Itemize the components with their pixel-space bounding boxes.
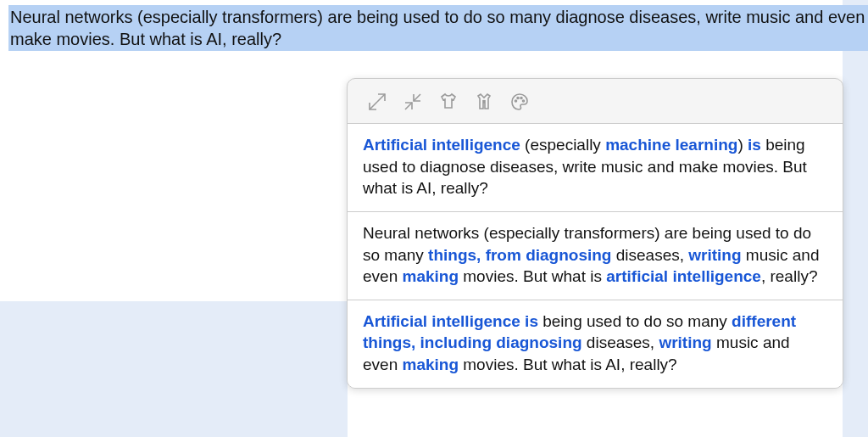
highlighted-edit: artificial intelligence bbox=[606, 267, 761, 285]
suggestion-item[interactable]: Neural networks (especially transformers… bbox=[348, 211, 843, 300]
suggestions-list: Artificial intelligence (especially mach… bbox=[348, 124, 843, 388]
svg-point-0 bbox=[515, 100, 517, 102]
highlighted-edit: Artificial intelligence is bbox=[363, 312, 538, 330]
svg-point-1 bbox=[517, 98, 519, 99]
suggestion-text: movies. But what is AI, really? bbox=[459, 356, 677, 373]
suggestion-text: diseases, bbox=[582, 333, 659, 351]
rewrite-toolbar bbox=[348, 79, 843, 124]
suggestion-text: diseases, bbox=[611, 246, 688, 264]
tshirt-icon[interactable] bbox=[437, 91, 459, 113]
suggestion-text: , really? bbox=[761, 267, 818, 285]
svg-point-3 bbox=[523, 100, 525, 102]
highlighted-edit: writing bbox=[659, 333, 711, 351]
palette-icon[interactable] bbox=[509, 91, 531, 113]
selected-source-text[interactable]: Neural networks (especially transformers… bbox=[8, 5, 868, 51]
suggestion-item[interactable]: Artificial intelligence (especially mach… bbox=[348, 124, 843, 211]
lab-coat-icon[interactable] bbox=[473, 91, 495, 113]
highlighted-edit: Artificial intelligence bbox=[363, 136, 520, 154]
highlighted-edit: making bbox=[402, 267, 459, 285]
highlighted-edit: machine learning bbox=[605, 136, 737, 154]
suggestion-item[interactable]: Artificial intelligence is being used to… bbox=[348, 300, 843, 388]
expand-icon[interactable] bbox=[366, 91, 388, 113]
svg-point-2 bbox=[520, 98, 522, 99]
highlighted-edit: making bbox=[402, 356, 459, 373]
contract-icon[interactable] bbox=[402, 91, 424, 113]
suggestion-text: movies. But what is bbox=[459, 267, 606, 285]
background-strip-bottom-left bbox=[0, 301, 348, 437]
suggestion-text: being used to do so many bbox=[538, 312, 732, 330]
highlighted-edit: things, from diagnosing bbox=[428, 246, 611, 264]
suggestion-text: ) bbox=[737, 136, 748, 154]
rewrite-suggestions-popup: Artificial intelligence (especially mach… bbox=[347, 78, 843, 389]
suggestion-text: (especially bbox=[520, 136, 605, 154]
highlighted-edit: writing bbox=[688, 246, 741, 264]
background-strip-right bbox=[843, 0, 868, 437]
highlighted-edit: is bbox=[748, 136, 761, 154]
